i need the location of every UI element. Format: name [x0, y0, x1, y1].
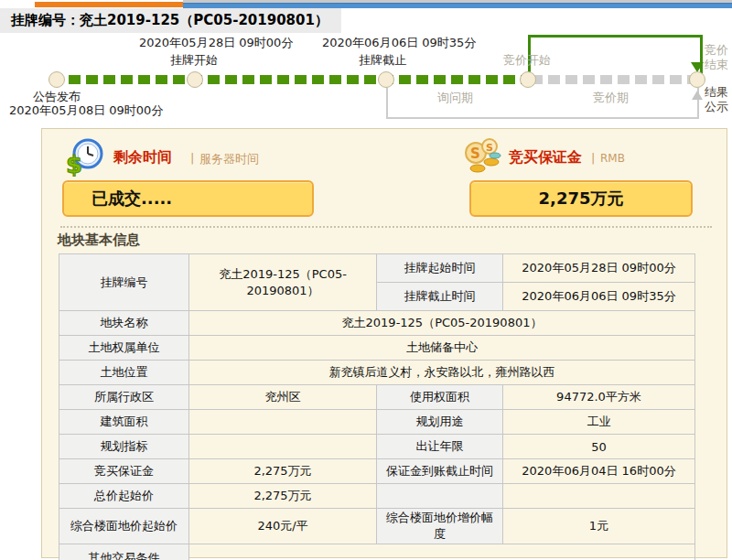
- table-row: 土地位置 新兖镇后道义村，永安路以北，雍州路以西: [59, 361, 695, 385]
- table-row: 竞买保证金 2,275万元 保证金到账截止时间 2020年06月04日 16时0…: [59, 459, 695, 484]
- field-value: [189, 544, 695, 560]
- inquiry-window-bracket: [386, 88, 699, 119]
- field-label: 规划指标: [59, 435, 189, 459]
- bidding-start-label: 竞价开始: [503, 52, 551, 69]
- listing-end-label: 挂牌截止: [359, 52, 406, 69]
- field-value: 2020年05月28日 09时00分: [503, 254, 695, 283]
- arrow-up-icon: [692, 91, 703, 100]
- announce-date: 2020年05月08日 09时00分: [9, 102, 163, 119]
- node-listing-start: [187, 71, 203, 88]
- field-value: [189, 435, 377, 459]
- field-value: 2020年06月06日 09时35分: [503, 283, 695, 311]
- field-label: 其他交易条件: [59, 544, 189, 560]
- auction-panel: $ 剩余时间 | 服务器时间 S S 竞买保证金 | RMB 已成交..... …: [41, 128, 727, 558]
- field-value: 新兖镇后道义村，永安路以北，雍州路以西: [189, 361, 695, 385]
- field-label: 建筑面积: [59, 410, 189, 435]
- table-row: 所属行政区 兖州区 使用权面积 94772.0平方米: [59, 385, 695, 410]
- field-label: 竞买保证金: [59, 459, 189, 484]
- field-value: 1元: [503, 509, 695, 544]
- field-value: 兖土2019-125（PC05-20190801）: [189, 254, 377, 311]
- node-bidding-end: [689, 71, 705, 88]
- field-value: 94772.0平方米: [503, 385, 695, 410]
- server-time-label: 服务器时间: [199, 151, 259, 167]
- section-title: 地块基本信息: [58, 232, 140, 249]
- svg-text:S: S: [486, 142, 493, 154]
- table-row: 挂牌编号 兖土2019-125（PC05-20190801） 挂牌起始时间 20…: [59, 254, 695, 283]
- table-row: 土地权属单位 土地储备中心: [59, 336, 695, 361]
- field-value: 兖土2019-125（PC05-20190801）: [189, 311, 695, 336]
- svg-text:S: S: [470, 145, 480, 162]
- table-row: 综合楼面地价起始价 240元/平 综合楼面地价增价幅度 1元: [59, 509, 695, 544]
- timeline: 2020年05月28日 09时00分 挂牌开始 2020年06月06日 09时3…: [0, 29, 732, 128]
- field-label: 综合楼面地价增价幅度: [377, 509, 503, 544]
- field-value: 2020年06月04日 16时00分: [503, 459, 695, 484]
- node-listing-end: [378, 71, 394, 88]
- field-label: 土地权属单位: [59, 336, 189, 361]
- result-publicity-label: 结果公示: [705, 85, 731, 114]
- field-value: [189, 410, 377, 435]
- field-label: 地块名称: [59, 311, 189, 336]
- field-value: 2,275万元: [189, 459, 377, 484]
- table-row: 规划指标 出让年限 50: [59, 435, 695, 459]
- field-value: 2,275万元: [189, 484, 377, 509]
- field-label: 挂牌起始时间: [377, 254, 503, 283]
- node-announce: [48, 71, 65, 88]
- remaining-time-label: 剩余时间: [113, 148, 172, 167]
- field-value: 兖州区: [189, 385, 377, 410]
- timeline-track-active: [51, 75, 531, 84]
- field-value: 240元/平: [189, 509, 377, 544]
- field-label: 综合楼面地价起始价: [59, 509, 189, 544]
- field-label: 土地位置: [59, 361, 189, 385]
- field-value: 50: [503, 435, 695, 459]
- deposit-title: 竞买保证金: [509, 148, 582, 167]
- deposit-amount-box: 2,275万元: [469, 180, 693, 217]
- listing-end-date: 2020年06月06日 09时35分: [322, 35, 476, 51]
- field-label: 规划用途: [377, 410, 503, 435]
- field-value-empty: [503, 484, 695, 509]
- inquiry-period-label: 询问期: [437, 90, 473, 106]
- field-value: 土地储备中心: [189, 336, 695, 361]
- parcel-info-table: 挂牌编号 兖土2019-125（PC05-20190801） 挂牌起始时间 20…: [59, 253, 695, 560]
- listing-start-date: 2020年05月28日 09时00分: [139, 35, 293, 51]
- field-label: 挂牌编号: [59, 254, 189, 311]
- field-value: 工业: [503, 410, 695, 435]
- field-label-empty: [377, 484, 503, 509]
- field-label: 保证金到账截止时间: [377, 459, 503, 484]
- timeline-track-pending: [531, 75, 705, 84]
- bidding-window-bracket: [528, 35, 703, 76]
- currency-label: RMB: [600, 152, 625, 165]
- clock-money-icon: $: [62, 136, 106, 177]
- field-label: 出让年限: [377, 435, 503, 459]
- listing-start-label: 挂牌开始: [170, 52, 218, 69]
- field-label: 所属行政区: [59, 385, 189, 410]
- deal-status-box: 已成交.....: [62, 180, 314, 217]
- table-row: 建筑面积 规划用途 工业: [59, 410, 695, 435]
- table-row: 地块名称 兖土2019-125（PC05-20190801）: [59, 311, 695, 336]
- node-bidding-start: [520, 71, 536, 88]
- field-label: 使用权面积: [377, 385, 503, 410]
- divider: |: [190, 151, 194, 165]
- table-row: 总价起始价 2,275万元: [59, 484, 695, 509]
- bidding-period-label: 竞价期: [593, 90, 629, 106]
- field-label: 挂牌截止时间: [377, 283, 503, 311]
- divider: |: [591, 151, 595, 165]
- section-divider: [60, 226, 712, 228]
- top-accent-bar-orange: [35, 2, 183, 7]
- svg-text:$: $: [66, 151, 82, 177]
- money-bags-icon: S S: [461, 135, 503, 177]
- bidding-end-label: 竞价结束: [705, 43, 731, 72]
- table-row: 其他交易条件: [59, 544, 695, 560]
- field-label: 总价起始价: [59, 484, 189, 509]
